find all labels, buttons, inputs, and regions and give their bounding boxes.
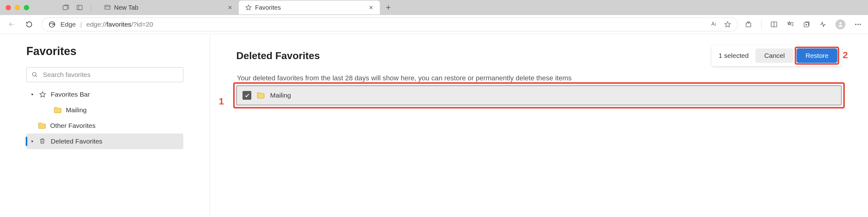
- address-separator: |: [80, 21, 82, 28]
- svg-point-13: [49, 22, 55, 27]
- performance-icon[interactable]: [819, 21, 827, 28]
- tree-item-label: Favorites Bar: [51, 91, 90, 98]
- favorite-star-icon[interactable]: [724, 21, 732, 28]
- favorites-list-icon[interactable]: [786, 21, 794, 28]
- main-header: Deleted Favorites 1 selected Cancel Rest…: [236, 45, 842, 66]
- folder-icon: [54, 107, 61, 113]
- search-favorites-box[interactable]: [26, 67, 183, 82]
- read-aloud-icon[interactable]: [710, 21, 717, 28]
- window-titlebar: New Tab Favorites: [0, 0, 868, 15]
- chevron-down-icon: [30, 93, 34, 96]
- collections-icon[interactable]: [803, 21, 810, 28]
- tree-item-mailing[interactable]: Mailing: [26, 102, 183, 118]
- window-traffic-lights: [6, 5, 29, 10]
- svg-point-31: [33, 73, 36, 76]
- svg-rect-17: [748, 22, 749, 23]
- tab-new-tab[interactable]: New Tab: [98, 1, 239, 14]
- search-icon: [32, 72, 38, 78]
- svg-point-29: [857, 24, 859, 25]
- deleted-item-name: Mailing: [270, 92, 291, 99]
- svg-line-32: [36, 76, 37, 77]
- window-zoom-button[interactable]: [24, 5, 29, 10]
- tree-item-other-favorites[interactable]: Other Favorites: [26, 118, 183, 134]
- search-favorites-input[interactable]: [42, 71, 178, 79]
- back-button[interactable]: [6, 19, 17, 30]
- toolbar-actions: [745, 20, 862, 29]
- edge-logo-icon: [48, 20, 56, 29]
- svg-point-27: [839, 22, 842, 24]
- tree-item-deleted-favorites[interactable]: Deleted Favorites: [26, 134, 183, 149]
- window-close-button[interactable]: [6, 5, 11, 10]
- split-screen-icon[interactable]: [770, 21, 778, 28]
- tab-favorites[interactable]: Favorites: [239, 1, 380, 14]
- svg-rect-16: [746, 23, 751, 27]
- close-icon[interactable]: [227, 5, 232, 10]
- more-menu-icon[interactable]: [854, 21, 862, 28]
- refresh-button[interactable]: [24, 19, 34, 30]
- svg-rect-0: [63, 6, 67, 10]
- tab-overview-icon[interactable]: [60, 2, 71, 13]
- star-icon: [245, 4, 252, 11]
- tree-item-label: Deleted Favorites: [51, 138, 102, 145]
- svg-marker-7: [246, 5, 251, 10]
- annotation-label-restore: 2: [843, 50, 848, 60]
- folder-icon: [38, 122, 46, 129]
- deleted-favorites-description: Your deleted favorites from the last 28 …: [237, 74, 842, 82]
- close-icon[interactable]: [369, 5, 374, 10]
- svg-marker-35: [32, 140, 33, 143]
- favorites-page: Favorites Favorites Bar: [0, 34, 868, 217]
- page-icon: [104, 4, 111, 11]
- tab-title: New Tab: [114, 4, 224, 11]
- row-checkbox[interactable]: [243, 91, 251, 100]
- deleted-item-row[interactable]: Mailing: [236, 85, 842, 105]
- sidebar-toggle-icon[interactable]: [74, 2, 85, 13]
- cancel-button[interactable]: Cancel: [755, 48, 794, 63]
- address-bar[interactable]: Edge | edge://favorites/?id=20: [41, 17, 738, 31]
- tab-strip: New Tab Favorites: [98, 0, 394, 15]
- tree-item-label: Mailing: [66, 106, 87, 114]
- tree-item-favorites-bar[interactable]: Favorites Bar: [26, 86, 183, 102]
- svg-point-30: [860, 24, 861, 25]
- svg-marker-15: [725, 22, 731, 27]
- chevron-right-icon: [30, 140, 34, 143]
- address-url: edge://favorites/?id=20: [87, 21, 153, 28]
- trash-icon: [39, 138, 46, 145]
- favorites-sidebar: Favorites Favorites Bar: [0, 34, 210, 217]
- selection-action-panel: 1 selected Cancel Restore 2: [712, 45, 842, 66]
- svg-rect-3: [105, 5, 110, 9]
- svg-rect-1: [77, 5, 83, 10]
- profile-avatar[interactable]: [835, 20, 845, 29]
- annotation-label-row: 1: [219, 96, 224, 107]
- svg-marker-34: [40, 92, 45, 97]
- deleted-items-area: 1 Mailing: [236, 85, 842, 105]
- cancel-button-label: Cancel: [764, 52, 785, 60]
- restore-button[interactable]: Restore: [797, 48, 837, 63]
- address-brand: Edge: [60, 21, 76, 28]
- favorites-tree: Favorites Bar Mailing Other Favorites: [26, 86, 183, 149]
- svg-point-28: [855, 24, 857, 25]
- svg-marker-20: [788, 22, 791, 25]
- new-tab-button[interactable]: [382, 2, 394, 13]
- window-minimize-button[interactable]: [15, 5, 20, 10]
- star-icon: [39, 91, 46, 98]
- page-title: Deleted Favorites: [236, 50, 320, 62]
- tab-title: Favorites: [255, 4, 365, 11]
- browser-toolbar: Edge | edge://favorites/?id=20: [0, 15, 868, 34]
- toolbar-divider: [761, 20, 762, 29]
- restore-button-label: Restore: [805, 52, 829, 60]
- extensions-icon[interactable]: [745, 21, 752, 28]
- tree-item-label: Other Favorites: [50, 122, 96, 130]
- folder-icon: [257, 92, 265, 99]
- deleted-favorites-main: Deleted Favorites 1 selected Cancel Rest…: [210, 34, 868, 217]
- titlebar-divider: [91, 3, 91, 11]
- selection-count: 1 selected: [718, 52, 749, 60]
- svg-marker-33: [31, 94, 34, 95]
- sidebar-title: Favorites: [26, 45, 183, 58]
